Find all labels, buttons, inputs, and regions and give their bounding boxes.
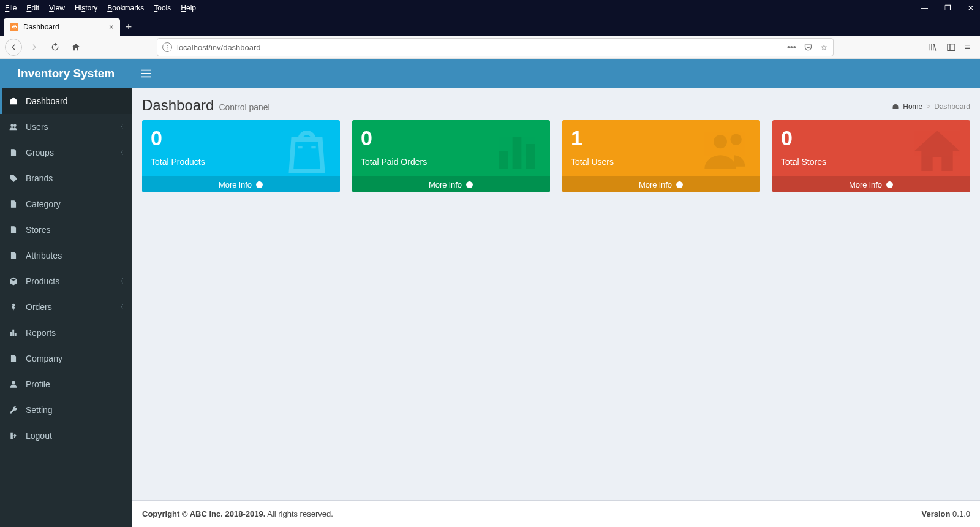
tab-close-icon[interactable]: × (109, 22, 114, 32)
new-tab-button[interactable]: + (120, 18, 137, 36)
file-icon (9, 226, 18, 234)
hamburger-icon (141, 69, 151, 78)
sidebar-item-label: Users (26, 122, 48, 132)
stat-value: 0 (781, 127, 962, 148)
stat-value: 1 (571, 127, 752, 148)
pocket-icon[interactable] (804, 43, 813, 52)
sidebar-item-label: Brands (26, 173, 53, 183)
stat-more-link[interactable]: More info (772, 176, 970, 192)
file-icon (9, 148, 18, 157)
main-area: Dashboard Control panel Home > Dashboard… (132, 59, 980, 527)
tab-title: Dashboard (23, 23, 104, 31)
wrench-icon (9, 406, 18, 414)
sidebar-item-company[interactable]: Company (0, 346, 132, 371)
sidebar-item-label: Attributes (26, 251, 62, 260)
footer-copyright-strong: Copyright © ABC Inc. 2018-2019. (142, 509, 265, 518)
sidebar-item-profile[interactable]: Profile (0, 371, 132, 397)
maximize-icon[interactable]: ❐ (943, 4, 952, 12)
sidebar-item-brands[interactable]: Brands (0, 165, 132, 191)
arrow-circle-right-icon (676, 181, 684, 189)
stat-card-total-paid-orders: 0Total Paid OrdersMore info (352, 120, 550, 192)
sidebar-collapse-button[interactable] (141, 69, 151, 78)
svg-rect-0 (948, 44, 955, 51)
sidebar: Inventory System DashboardUsers〈Groups〈B… (0, 59, 132, 527)
sidebar-toggle-icon[interactable] (946, 42, 956, 52)
brand-title[interactable]: Inventory System (0, 59, 132, 88)
os-menu-items: File Edit View History Bookmarks Tools H… (5, 4, 196, 12)
sidebar-item-setting[interactable]: Setting (0, 397, 132, 423)
file-icon (9, 354, 18, 363)
sidebar-item-label: Category (26, 199, 61, 209)
sidebar-item-groups[interactable]: Groups〈 (0, 140, 132, 165)
sidebar-item-category[interactable]: Category (0, 191, 132, 217)
close-icon[interactable]: ✕ (967, 4, 975, 12)
chevron-left-icon: 〈 (118, 303, 124, 311)
stat-card-total-users: 1Total UsersMore info (562, 120, 760, 192)
forward-button[interactable] (26, 39, 43, 56)
sidebar-item-stores[interactable]: Stores (0, 217, 132, 243)
site-info-icon[interactable]: i (162, 42, 172, 52)
cube-icon (9, 277, 18, 286)
browser-toolbar: i localhost/inv/dashboard ••• ☆ ≡ (0, 36, 980, 59)
bookmark-star-icon[interactable]: ☆ (820, 42, 828, 52)
sidebar-item-attributes[interactable]: Attributes (0, 243, 132, 268)
dashboard-icon (9, 97, 18, 105)
dollar-icon (9, 303, 18, 311)
stat-more-link[interactable]: More info (142, 176, 340, 192)
os-menu-file[interactable]: File (5, 4, 17, 12)
stat-more-link[interactable]: More info (352, 176, 550, 192)
sidebar-item-logout[interactable]: Logout (0, 423, 132, 449)
back-button[interactable] (5, 39, 22, 56)
breadcrumb: Home > Dashboard (892, 102, 970, 111)
home-button[interactable] (67, 39, 85, 56)
arrow-circle-right-icon (886, 181, 894, 189)
stat-value: 0 (151, 127, 331, 148)
sidebar-item-orders[interactable]: Orders〈 (0, 294, 132, 320)
page-actions-icon[interactable]: ••• (787, 42, 796, 52)
sidebar-item-label: Products (26, 276, 59, 286)
os-menu-help[interactable]: Help (181, 4, 196, 12)
library-icon[interactable] (928, 42, 938, 52)
sidebar-item-label: Stores (26, 225, 50, 235)
app-topbar (132, 59, 980, 88)
os-menu-bookmarks[interactable]: Bookmarks (107, 4, 144, 12)
browser-tabstrip: ಱ Dashboard × + (0, 16, 980, 36)
stat-card-total-stores: 0Total StoresMore info (772, 120, 970, 192)
url-text: localhost/inv/dashboard (177, 43, 261, 52)
stat-cards-row: 0Total ProductsMore info 0Total Paid Ord… (132, 120, 980, 192)
url-bar[interactable]: i localhost/inv/dashboard ••• ☆ (157, 38, 834, 56)
sidebar-item-label: Groups (26, 148, 54, 157)
sidebar-item-label: Orders (26, 302, 52, 312)
tag-icon (9, 174, 18, 183)
app-menu-icon[interactable]: ≡ (965, 42, 970, 53)
app-footer: Copyright © ABC Inc. 2018-2019. All righ… (132, 500, 980, 527)
reload-button[interactable] (47, 39, 64, 56)
footer-copyright-rest: All rights reserved. (265, 509, 333, 518)
breadcrumb-current: Dashboard (934, 102, 970, 111)
footer-version-label: Version (922, 509, 951, 518)
sidebar-item-dashboard[interactable]: Dashboard (0, 88, 132, 114)
file-icon (9, 251, 18, 260)
sidebar-item-label: Reports (26, 328, 56, 338)
arrow-circle-right-icon (255, 181, 263, 189)
os-menu-history[interactable]: History (75, 4, 97, 12)
breadcrumb-home-icon (892, 103, 899, 110)
sidebar-item-label: Profile (26, 379, 50, 389)
stat-more-link[interactable]: More info (562, 176, 760, 192)
sidebar-item-reports[interactable]: Reports (0, 320, 132, 346)
minimize-icon[interactable]: ― (920, 4, 929, 12)
sidebar-item-label: Setting (26, 405, 53, 415)
sidebar-item-label: Dashboard (26, 96, 68, 106)
os-menu-view[interactable]: View (49, 4, 65, 12)
breadcrumb-sep: > (926, 102, 930, 111)
sidebar-item-products[interactable]: Products〈 (0, 268, 132, 294)
os-menu-edit[interactable]: Edit (26, 4, 39, 12)
os-menu-tools[interactable]: Tools (154, 4, 171, 12)
chevron-left-icon: 〈 (118, 277, 124, 286)
reload-icon (50, 42, 60, 52)
arrow-circle-right-icon (466, 181, 473, 189)
breadcrumb-home-link[interactable]: Home (903, 102, 922, 111)
sidebar-item-users[interactable]: Users〈 (0, 114, 132, 140)
footer-version-value: 0.1.0 (950, 509, 970, 518)
browser-tab-active[interactable]: ಱ Dashboard × (4, 18, 120, 36)
